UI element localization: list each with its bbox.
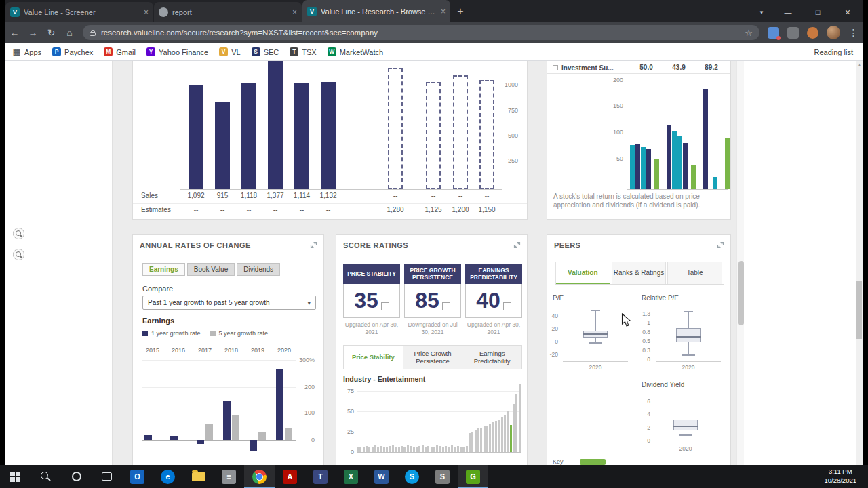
histogram-bar: [475, 430, 477, 452]
profile-avatar[interactable]: [827, 26, 840, 39]
histogram-bar: [501, 417, 503, 452]
back-button[interactable]: ←: [5, 27, 24, 38]
sales-y-tick: 250: [491, 157, 518, 164]
content-scrollbar[interactable]: [736, 61, 744, 465]
invest-y-tick: 50: [596, 155, 623, 162]
browser-tab[interactable]: VValue Line - Screener×: [5, 2, 153, 22]
histogram-bar: [383, 447, 385, 452]
taskbar-task-view[interactable]: [92, 465, 122, 488]
taskbar-skype[interactable]: S: [397, 465, 427, 488]
scrollbar-thumb[interactable]: [738, 261, 744, 325]
extension-icon[interactable]: [807, 27, 818, 39]
histogram-y-tick: 50: [327, 408, 354, 415]
taskbar-clock[interactable]: 3:11 PM 10/28/2021: [816, 465, 865, 488]
reload-button[interactable]: ↻: [42, 27, 60, 38]
taskbar-edge[interactable]: e: [153, 465, 183, 488]
tab-close-icon[interactable]: ×: [144, 7, 149, 17]
peers-plot-tick: 40: [545, 312, 558, 319]
tab-close-icon[interactable]: ×: [292, 7, 297, 17]
maximize-button[interactable]: □: [803, 2, 833, 22]
histogram-axis-line: [357, 452, 521, 453]
taskbar-search[interactable]: [31, 465, 61, 488]
taskbar-acrobat[interactable]: A: [275, 465, 305, 488]
sales-estimates-panel: 1000750500250SalesEstimates1,092--915--1…: [132, 61, 528, 220]
scroll-up-icon[interactable]: ▲: [856, 62, 863, 66]
histogram-bar: [410, 446, 412, 452]
bookmark-favicon-icon: S: [252, 47, 260, 56]
bookmark-item[interactable]: YYahoo Finance: [146, 47, 208, 56]
peers-plots: 40200-2020201.310.80.50.30202064202020: [547, 235, 730, 465]
bookmark-item[interactable]: TTSX: [290, 47, 316, 56]
browser-tab[interactable]: report×: [154, 2, 302, 22]
bookmark-item[interactable]: SSEC: [252, 47, 279, 56]
invest-bar: [667, 125, 671, 189]
taskbar-settings[interactable]: ≡: [214, 465, 244, 488]
scrollbar-thumb[interactable]: [856, 281, 862, 339]
sales-cell: 1,118: [241, 192, 257, 199]
zoom-in-button[interactable]: [13, 228, 24, 239]
key-label: Key: [553, 458, 564, 465]
peers-plot-tick: 2: [635, 424, 650, 431]
histogram-bar: [413, 447, 415, 452]
close-button[interactable]: ×: [833, 2, 863, 22]
taskbar-outlook[interactable]: O: [122, 465, 153, 488]
estimate-bar: [388, 68, 403, 189]
browser-tab[interactable]: VValue Line - Research - Browse R...×: [302, 0, 450, 22]
annual-year-label: 2020: [277, 347, 291, 354]
sales-bar: [294, 83, 309, 189]
taskbar-file-explorer[interactable]: [183, 465, 214, 488]
page-scrollbar[interactable]: ▲: [856, 61, 863, 465]
show-desktop-button[interactable]: [865, 465, 868, 488]
histogram-gridline: [357, 391, 521, 392]
annual-1yr-bar: [250, 440, 257, 451]
taskbar-teams[interactable]: T: [305, 465, 336, 488]
invest-bar: [691, 165, 696, 189]
menu-kebab-icon[interactable]: ⋮: [844, 27, 863, 38]
tab-search-caret-icon[interactable]: ▾: [750, 2, 773, 22]
invest-bar: [703, 89, 708, 189]
reading-list-button[interactable]: Reading list: [814, 48, 853, 56]
taskbar-chrome[interactable]: [244, 465, 275, 488]
taskbar-excel[interactable]: X: [336, 465, 366, 488]
taskbar-cortana[interactable]: [61, 465, 92, 488]
annual-1yr-bar: [197, 440, 204, 444]
tab-close-icon[interactable]: ×: [441, 7, 446, 16]
peers-plot-tick: 20: [545, 325, 558, 332]
boxplot-min-cap: [682, 354, 695, 356]
minimize-button[interactable]: —: [773, 2, 803, 22]
taskbar-snip[interactable]: S: [427, 465, 458, 488]
taskbar-word[interactable]: W: [366, 465, 397, 488]
peers-panel: PEERS ValuationRanks & RatingsTable P/E …: [547, 234, 731, 465]
annual-y-tick: 200: [288, 384, 315, 390]
bookmark-item[interactable]: VVL: [219, 47, 240, 56]
bookmark-star-icon[interactable]: ☆: [745, 28, 753, 38]
estimates-cell: 1,200: [452, 206, 469, 214]
histogram-bar: [454, 447, 456, 452]
peers-plot-tick: 0.3: [635, 347, 650, 354]
bookmark-item[interactable]: PPaychex: [52, 47, 93, 56]
annual-y-tick: 300%: [288, 357, 315, 363]
new-tab-button[interactable]: +: [451, 2, 470, 21]
home-button[interactable]: ⌂: [60, 27, 79, 38]
address-bar[interactable]: research.valueline.com/secure/research?s…: [83, 25, 760, 40]
annual-year-label: 2018: [224, 347, 238, 354]
boxplot-box: [676, 328, 701, 342]
peers-plot-x-label: 2020: [679, 445, 692, 452]
annual-1yr-bar: [144, 435, 152, 440]
histogram-bar: [418, 446, 420, 452]
bookmark-item[interactable]: ▦Apps: [12, 47, 41, 56]
sales-bar: [268, 61, 283, 189]
histogram-bar: [395, 447, 397, 452]
taskbar-greenshot[interactable]: G: [458, 465, 488, 488]
extension-icon[interactable]: [787, 27, 799, 39]
histogram-highlight-bar: [510, 425, 512, 452]
forward-button[interactable]: →: [24, 27, 42, 38]
histogram-gridline: [357, 411, 521, 412]
bookmark-item[interactable]: WMarketWatch: [328, 47, 383, 56]
extension-icon[interactable]: [768, 27, 779, 39]
zoom-out-button[interactable]: [13, 249, 24, 260]
taskbar-start[interactable]: [0, 465, 31, 488]
bookmark-item[interactable]: MGmail: [104, 47, 136, 56]
peers-plot-axis: [656, 361, 721, 362]
annual-year-label: 2016: [172, 347, 185, 354]
